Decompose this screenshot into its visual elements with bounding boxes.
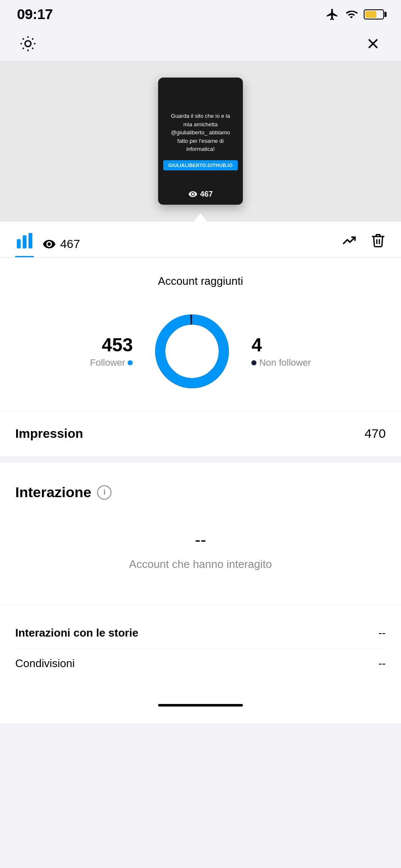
non-follower-stat: 4 Non follower	[251, 334, 311, 368]
story-views-main: 467	[188, 189, 213, 199]
impression-label: Impression	[15, 426, 83, 441]
views-count-display: 467	[42, 237, 80, 251]
interaction-placeholder-text: Account che hanno interagito	[15, 558, 386, 571]
svg-rect-4	[22, 235, 26, 248]
donut-chart	[154, 313, 230, 389]
condivisioni-label: Condivisioni	[15, 657, 75, 670]
follower-label: Follower	[90, 357, 133, 368]
story-interactions-header-row: Interazioni con le storie --	[15, 618, 386, 648]
toolbar-left: 467	[15, 231, 340, 257]
story-interactions-value: --	[379, 626, 386, 640]
toolbar-right	[340, 231, 386, 257]
main-content: Account raggiunti 453 Follower 4 N	[0, 258, 401, 456]
non-follower-label: Non follower	[251, 357, 311, 368]
home-bar	[158, 704, 243, 707]
follower-stat: 453 Follower	[90, 334, 133, 368]
svg-point-7	[160, 320, 224, 383]
trash-icon	[370, 231, 386, 250]
trend-button[interactable]	[340, 233, 359, 250]
story-main-text: Guarda il sito che io e la mia amichetta…	[167, 112, 234, 153]
follower-dot	[128, 360, 133, 365]
header	[0, 27, 401, 61]
section-separator	[0, 456, 401, 463]
impression-value: 470	[365, 426, 386, 441]
svg-rect-3	[17, 239, 21, 248]
interaction-dashes: --	[15, 530, 386, 549]
home-indicator	[0, 691, 401, 723]
close-button[interactable]	[360, 31, 386, 56]
condivisioni-value: --	[379, 657, 386, 670]
account-raggiunti-title: Account raggiunti	[0, 258, 401, 300]
story-interactions-section: Interazioni con le storie -- Condivision…	[0, 605, 401, 691]
svg-point-0	[25, 41, 31, 47]
story-preview: GIULIALIBERTO.GITHUB.IO 36 Guarda il sit…	[0, 61, 401, 222]
follower-count: 453	[90, 334, 133, 356]
airplane-icon	[326, 8, 339, 21]
trend-icon	[340, 233, 359, 248]
story-main-link: GIULIALIBERTO.GITHUB.IO	[163, 160, 238, 170]
wifi-icon	[344, 8, 359, 20]
story-interactions-label: Interazioni con le storie	[15, 626, 138, 640]
toolbar-views-number: 467	[60, 237, 80, 251]
chart-tab[interactable]	[15, 231, 34, 257]
story-card-main: Guarda il sito che io e la mia amichetta…	[158, 78, 243, 205]
non-follower-count: 4	[251, 334, 311, 356]
bar-chart-icon	[15, 231, 34, 250]
interaction-title: Interazione	[15, 484, 91, 501]
eye-icon-toolbar	[42, 237, 56, 251]
interaction-section: Interazione i -- Account che hanno inter…	[0, 463, 401, 605]
status-time: 09:17	[17, 6, 53, 22]
interaction-placeholder: -- Account che hanno interagito	[15, 522, 386, 592]
swipe-indicator	[194, 213, 207, 222]
non-follower-dot	[251, 360, 256, 365]
condivisioni-row: Condivisioni --	[15, 648, 386, 679]
stats-toolbar: 467	[0, 222, 401, 258]
donut-svg	[154, 313, 230, 389]
interaction-header: Interazione i	[15, 484, 386, 501]
status-icons	[326, 8, 384, 21]
status-bar: 09:17	[0, 0, 401, 27]
battery-icon	[364, 9, 384, 19]
delete-button[interactable]	[370, 231, 386, 251]
impression-section: Impression 470	[0, 411, 401, 456]
svg-rect-5	[28, 233, 32, 248]
gear-button[interactable]	[15, 31, 41, 56]
info-button[interactable]: i	[97, 485, 111, 500]
donut-section: 453 Follower 4 Non follower	[0, 300, 401, 411]
